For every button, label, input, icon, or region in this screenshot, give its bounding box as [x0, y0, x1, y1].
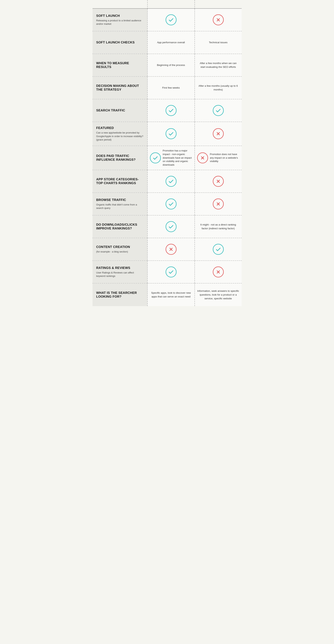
cross-icon — [213, 198, 224, 210]
table-row-paid-traffic: DOES PAID TRAFFIC INFLUENCE RANKINGS? Pr… — [92, 146, 242, 170]
row-title: DO DOWNLOADS/CLICKS IMPROVE RANKINGS? — [96, 223, 144, 230]
check-icon — [150, 152, 161, 163]
label-cell-search-traffic: SEARCH TRAFFIC — [92, 99, 147, 122]
table-row-ratings-reviews: RATINGS & REVIEWS User Ratings & Reviews… — [92, 261, 242, 284]
cell-text: It might - not as a direct ranking facto… — [197, 223, 240, 230]
table-row-search-traffic: SEARCH TRAFFIC — [92, 99, 242, 122]
col2-cell-downloads-clicks — [147, 216, 194, 238]
label-cell-paid-traffic: DOES PAID TRAFFIC INFLUENCE RANKINGS? — [92, 146, 147, 170]
header-empty — [92, 0, 147, 9]
col2-cell-content-creation — [147, 238, 194, 260]
check-icon — [166, 176, 176, 187]
col3-cell-decision-making: After a few months (usually up to 6 mont… — [194, 77, 242, 99]
check-icon — [166, 14, 176, 25]
col3-cell-search-traffic — [194, 99, 242, 122]
row-title: BROWSE TRAFFIC — [96, 198, 144, 202]
table-row-decision-making: DECISION MAKING ABOUT THE STRATEGY First… — [92, 77, 242, 99]
cell-text: Promotion does not have any impact on a … — [210, 152, 240, 163]
row-title: SOFT LAUNCH CHECKS — [96, 40, 144, 44]
row-title: DOES PAID TRAFFIC INFLUENCE RANKINGS? — [96, 154, 144, 162]
col3-cell-soft-launch-checks: Technical issues — [194, 31, 242, 54]
label-cell-when-to-measure: WHEN TO MEASURE RESULTS — [92, 54, 147, 76]
col3-cell-paid-traffic: Promotion does not have any impact on a … — [194, 146, 242, 170]
cell-text: Promotion has a major impact - non-organ… — [163, 149, 192, 167]
cell-text: Specific apps, look to discover new apps… — [150, 291, 192, 299]
col3-cell-featured — [194, 122, 242, 146]
row-title: FEATURED — [96, 126, 144, 130]
col2-cell-app-store-categories — [147, 170, 194, 192]
table-row-when-to-measure: WHEN TO MEASURE RESULTS Beginning of the… — [92, 54, 242, 77]
table-row-content-creation: CONTENT CREATION (for example - a blog s… — [92, 238, 242, 261]
cross-icon — [213, 14, 224, 25]
col3-cell-soft-launch — [194, 9, 242, 31]
col3-cell-searcher-looking: Information, seek answers to specific qu… — [194, 284, 242, 306]
label-cell-app-store-categories: APP STORE CATEGORIES- TOP CHARTS RANKING… — [92, 170, 147, 192]
header-col2 — [147, 0, 194, 9]
label-cell-content-creation: CONTENT CREATION (for example - a blog s… — [92, 238, 147, 260]
label-cell-soft-launch-checks: SOFT LAUNCH CHECKS — [92, 31, 147, 54]
row-title: WHAT IS THE SEARCHER LOOKING FOR? — [96, 291, 144, 299]
label-cell-featured: FEATURED Can a new app/website be promot… — [92, 122, 147, 146]
label-cell-browse-traffic: BROWSE TRAFFIC Organic traffic that didn… — [92, 193, 147, 215]
col2-cell-ratings-reviews — [147, 261, 194, 283]
table-header — [92, 0, 242, 9]
check-with-text: Promotion has a major impact - non-organ… — [150, 149, 192, 167]
table-body: SOFT LAUNCH Releasing a product to a lim… — [92, 9, 242, 306]
table-row-featured: FEATURED Can a new app/website be promot… — [92, 122, 242, 146]
cross-with-text: Promotion does not have any impact on a … — [197, 152, 240, 163]
col2-cell-searcher-looking: Specific apps, look to discover new apps… — [147, 284, 194, 306]
row-title: RATINGS & REVIEWS — [96, 266, 144, 270]
row-title: SOFT LAUNCH — [96, 14, 144, 18]
cell-text: First few weeks — [162, 86, 180, 90]
cell-text: Technical issues — [209, 40, 227, 44]
cross-icon — [213, 128, 224, 139]
cell-text: Information, seek answers to specific qu… — [197, 289, 240, 301]
row-subtitle: Organic traffic that didn't come from a … — [96, 203, 144, 210]
row-title: APP STORE CATEGORIES- TOP CHARTS RANKING… — [96, 178, 144, 185]
row-subtitle: Releasing a product to a limited audienc… — [96, 19, 144, 26]
check-icon — [166, 128, 176, 139]
col3-cell-browse-traffic — [194, 193, 242, 215]
row-subtitle: (for example - a blog section) — [96, 250, 144, 254]
cross-icon — [213, 266, 224, 278]
row-title: WHEN TO MEASURE RESULTS — [96, 62, 144, 69]
col2-cell-paid-traffic: Promotion has a major impact - non-organ… — [147, 146, 194, 170]
header-col3 — [194, 0, 242, 9]
row-subtitle: User Ratings & Reviews can affect keywor… — [96, 271, 144, 278]
col2-cell-decision-making: First few weeks — [147, 77, 194, 99]
label-cell-downloads-clicks: DO DOWNLOADS/CLICKS IMPROVE RANKINGS? — [92, 216, 147, 238]
col2-cell-soft-launch-checks: App performance overall — [147, 31, 194, 54]
cross-icon — [213, 176, 224, 187]
col2-cell-soft-launch — [147, 9, 194, 31]
cross-icon — [166, 244, 176, 255]
col2-cell-search-traffic — [147, 99, 194, 122]
table-row-soft-launch-checks: SOFT LAUNCH CHECKS App performance overa… — [92, 31, 242, 54]
check-icon — [166, 221, 176, 232]
col3-cell-content-creation — [194, 238, 242, 260]
cell-text: Beginning of the process — [157, 63, 185, 67]
cell-text: App performance overall — [157, 40, 185, 44]
cell-text: After a few months (usually up to 6 mont… — [197, 84, 240, 92]
table-row-browse-traffic: BROWSE TRAFFIC Organic traffic that didn… — [92, 193, 242, 216]
col2-cell-when-to-measure: Beginning of the process — [147, 54, 194, 76]
row-title: CONTENT CREATION — [96, 245, 144, 249]
table-row-soft-launch: SOFT LAUNCH Releasing a product to a lim… — [92, 9, 242, 31]
col2-cell-browse-traffic — [147, 193, 194, 215]
check-icon — [166, 198, 176, 210]
col3-cell-downloads-clicks: It might - not as a direct ranking facto… — [194, 216, 242, 238]
check-icon — [166, 105, 176, 116]
col2-cell-featured — [147, 122, 194, 146]
label-cell-ratings-reviews: RATINGS & REVIEWS User Ratings & Reviews… — [92, 261, 147, 283]
col3-cell-when-to-measure: After a few months when we can start eva… — [194, 54, 242, 76]
table-row-searcher-looking: WHAT IS THE SEARCHER LOOKING FOR? Specif… — [92, 284, 242, 306]
row-title: SEARCH TRAFFIC — [96, 108, 144, 112]
col3-cell-ratings-reviews — [194, 261, 242, 283]
cell-text: After a few months when we can start eva… — [197, 62, 240, 69]
check-icon — [213, 105, 224, 116]
col3-cell-app-store-categories — [194, 170, 242, 192]
label-cell-decision-making: DECISION MAKING ABOUT THE STRATEGY — [92, 77, 147, 99]
check-icon — [213, 244, 224, 255]
cross-icon — [197, 152, 208, 163]
table-row-app-store-categories: APP STORE CATEGORIES- TOP CHARTS RANKING… — [92, 170, 242, 193]
label-cell-soft-launch: SOFT LAUNCH Releasing a product to a lim… — [92, 9, 147, 31]
